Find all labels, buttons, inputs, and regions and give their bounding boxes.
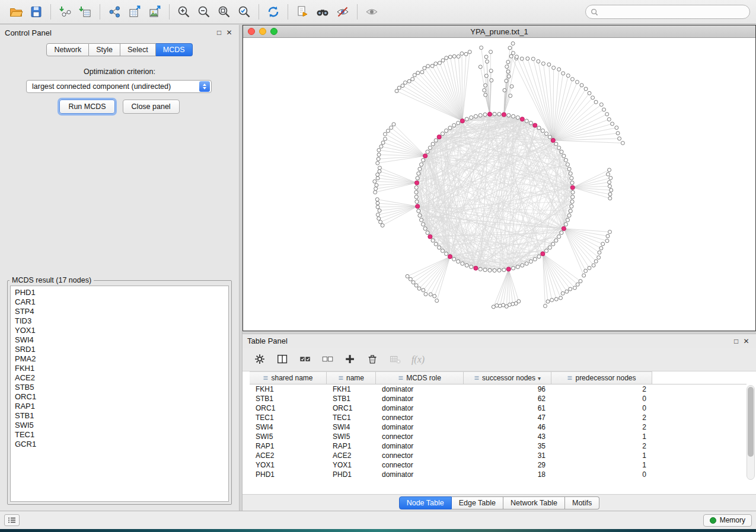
tab-style[interactable]: Style [89, 43, 120, 56]
table-scrollbar[interactable] [747, 385, 755, 480]
table-row[interactable]: PHD1PHD1dominator180 [250, 470, 747, 479]
table-cell-predecessor_nodes: 1 [551, 460, 652, 470]
split-panel-icon[interactable] [273, 351, 292, 368]
close-table-panel-icon[interactable]: ✕ [741, 337, 751, 345]
table-cell-successor_nodes: 61 [464, 403, 551, 413]
mcds-result-item[interactable]: STP4 [11, 307, 228, 316]
column-header-successor_nodes[interactable]: successor nodes▾ [464, 371, 551, 384]
mcds-button-row: Run MCDS Close panel [0, 100, 239, 114]
run-mcds-button[interactable]: Run MCDS [59, 100, 114, 114]
table-row[interactable]: ACE2ACE2connector311 [250, 451, 747, 460]
mcds-result-item[interactable]: RAP1 [11, 402, 228, 411]
duplicate-network-icon[interactable] [292, 3, 312, 21]
tab-select[interactable]: Select [120, 43, 156, 56]
mcds-result-item[interactable]: SWI4 [11, 335, 228, 345]
search-input[interactable] [601, 8, 745, 16]
main-toolbar [0, 0, 756, 24]
mcds-result-item[interactable]: YOX1 [11, 326, 228, 335]
delete-icon[interactable] [363, 351, 382, 368]
table-cell-shared_name: PHD1 [250, 470, 327, 479]
close-panel-icon[interactable]: ✕ [224, 28, 234, 37]
maximize-window-icon[interactable] [270, 28, 277, 35]
float-table-panel-icon[interactable]: □ [731, 337, 741, 345]
table-cell-predecessor_nodes: 2 [551, 413, 652, 422]
memory-button[interactable]: Memory [703, 514, 752, 527]
minimize-window-icon[interactable] [259, 28, 266, 35]
settings-icon[interactable] [251, 351, 270, 368]
mcds-result-item[interactable]: FKH1 [11, 364, 228, 373]
table-tabs-strip: Node TableEdge TableNetwork TableMotifs [243, 494, 756, 511]
column-sort-icon [338, 375, 344, 381]
table-row[interactable]: ORC1ORC1dominator610 [250, 403, 747, 413]
table-row[interactable]: STB1STB1dominator620 [250, 394, 747, 403]
open-folder-icon[interactable] [6, 3, 26, 21]
table-cell-successor_nodes: 18 [464, 470, 551, 479]
refresh-icon[interactable] [263, 3, 283, 21]
toolbar-icon-group [6, 3, 382, 21]
panel-list-button[interactable] [4, 514, 20, 526]
mcds-result-item[interactable]: PHD1 [11, 288, 228, 297]
network-window-titlebar[interactable]: YPA_prune.txt_1 [243, 25, 755, 38]
search-box[interactable] [585, 5, 750, 19]
close-panel-button[interactable]: Close panel [123, 100, 180, 114]
table-toolbar: f(x) [243, 348, 756, 371]
tab-network-table[interactable]: Network Table [503, 496, 565, 509]
table-cell-predecessor_nodes: 0 [551, 403, 652, 413]
save-icon[interactable] [26, 3, 46, 21]
export-image-icon[interactable] [145, 3, 165, 21]
table-cell-shared_name: FKH1 [250, 384, 327, 394]
show-hide-icon[interactable] [362, 3, 382, 21]
table-row[interactable]: RAP1RAP1dominator352 [250, 441, 747, 451]
zoom-fit-icon[interactable] [214, 3, 234, 21]
import-network-file-icon[interactable] [55, 3, 75, 21]
float-panel-icon[interactable]: □ [214, 28, 224, 37]
export-table-icon[interactable] [125, 3, 145, 21]
memory-label: Memory [720, 516, 745, 524]
import-table-file-icon[interactable] [75, 3, 95, 21]
column-header-mcds_role[interactable]: MCDS role [376, 371, 464, 384]
select-all-icon[interactable] [296, 351, 315, 368]
table-row[interactable]: YOX1YOX1connector291 [250, 460, 747, 470]
network-window-title: YPA_prune.txt_1 [243, 27, 755, 36]
close-window-icon[interactable] [248, 28, 255, 35]
mcds-result-item[interactable]: TEC1 [11, 430, 228, 440]
tab-motifs[interactable]: Motifs [565, 496, 599, 509]
scrollbar-thumb[interactable] [748, 387, 754, 457]
mcds-result-item[interactable]: PMA2 [11, 354, 228, 364]
optimization-criterion-dropdown[interactable]: largest connected component (undirected) [26, 80, 212, 93]
mcds-result-item[interactable]: SWI5 [11, 421, 228, 430]
zoom-in-icon[interactable] [174, 3, 194, 21]
table-row[interactable]: SWI5SWI5connector431 [250, 432, 747, 441]
zoom-selected-icon[interactable] [234, 3, 254, 21]
mcds-result-item[interactable]: CAR1 [11, 297, 228, 307]
tab-node-table[interactable]: Node Table [399, 496, 452, 509]
mcds-result-item[interactable]: ORC1 [11, 392, 228, 402]
table-row[interactable]: TEC1TEC1connector472 [250, 413, 747, 422]
mcds-result-item[interactable]: GCR1 [11, 440, 228, 449]
mcds-result-item[interactable]: ACE2 [11, 373, 228, 383]
mcds-result-item[interactable]: TID3 [11, 316, 228, 326]
destroy-table-icon[interactable] [386, 351, 405, 368]
table-row[interactable]: FKH1FKH1dominator962 [250, 384, 747, 394]
deselect-all-icon[interactable] [318, 351, 337, 368]
function-icon[interactable]: f(x) [409, 351, 428, 368]
zoom-out-icon[interactable] [194, 3, 214, 21]
column-header-predecessor_nodes[interactable]: predecessor nodes [551, 371, 652, 384]
export-network-icon[interactable] [104, 3, 125, 21]
find-icon[interactable] [312, 3, 333, 21]
column-sort-icon [567, 375, 573, 381]
tab-edge-table[interactable]: Edge Table [452, 496, 503, 509]
mcds-result-item[interactable]: STB5 [11, 383, 228, 392]
mcds-result-item[interactable]: SRD1 [11, 345, 228, 354]
column-header-shared_name[interactable]: shared name [250, 371, 327, 384]
table-row[interactable]: SWI4SWI4dominator462 [250, 422, 747, 432]
add-icon[interactable] [341, 351, 360, 368]
table-cell-mcds_role: dominator [376, 441, 464, 451]
mcds-result-item[interactable]: STB1 [11, 411, 228, 421]
table-cell-name: RAP1 [327, 441, 376, 451]
column-header-name[interactable]: name [327, 371, 376, 384]
network-canvas[interactable] [243, 38, 755, 331]
tab-network[interactable]: Network [46, 43, 89, 56]
graphics-details-icon[interactable] [333, 3, 353, 21]
tab-mcds[interactable]: MCDS [156, 43, 193, 56]
